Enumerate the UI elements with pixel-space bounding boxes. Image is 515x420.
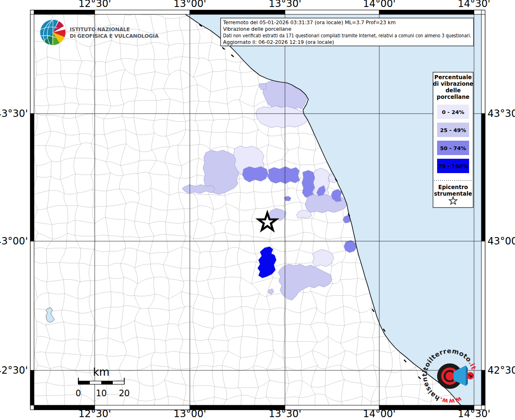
lat-label-right-2: 42°30' [488, 365, 515, 376]
map-canvas [30, 10, 510, 420]
map-subject: Vibrazione delle porcellane [223, 26, 291, 32]
scale-unit-label: km [93, 366, 109, 378]
ingv-name-line1: ISTITUTO NAZIONALE [70, 26, 130, 32]
event-info-box: Terremoto del 05-01-2026 03:31:37 (ora l… [221, 18, 474, 46]
updated-timestamp: Aggiornato il: 06-02-2026 12:19 (ora loc… [223, 39, 334, 45]
lat-label-right-0: 43°30' [488, 108, 515, 119]
event-summary: Terremoto del 05-01-2026 03:31:37 (ora l… [223, 20, 396, 25]
lon-label-top-4: 14°30' [458, 0, 490, 9]
legend-swatch-label-1: 25 - 49% [440, 127, 466, 133]
legend-epicenter-line2: strumentale [434, 190, 472, 197]
legend: Percentuale di vibrazione delle porcella… [433, 72, 473, 208]
scale-tick-20: 20 [119, 388, 130, 398]
legend-swatch-label-3: 75 - 100% [438, 163, 468, 169]
lat-label-left-2: 42°30' [0, 365, 28, 376]
lat-label-left-1: 43°00' [0, 235, 28, 247]
lon-label-bottom-3: 14°00' [363, 408, 396, 420]
earthquake-intensity-map: 12°30'12°30'13°00'13°00'13°30'13°30'14°0… [0, 0, 515, 420]
lon-label-top-1: 13°00' [173, 0, 206, 9]
legend-epicenter-line1: Epicentro [438, 184, 468, 190]
legend-title-line1: Percentuale [434, 74, 472, 80]
legend-title-line4: porcellane [437, 94, 469, 100]
municipality-region-level3 [302, 170, 315, 199]
legend-title-line2: di vibrazione [433, 80, 473, 87]
scale-tick-10: 10 [96, 388, 107, 398]
lon-label-top-3: 14°00' [363, 0, 396, 9]
legend-swatch-label-2: 50 - 74% [440, 145, 466, 151]
legend-swatch-label-0: 0 - 24% [442, 109, 465, 115]
lon-label-top-0: 12°30' [78, 0, 111, 9]
lon-label-bottom-1: 13°00' [173, 408, 206, 420]
legend-title-line3: delle [445, 87, 460, 94]
municipality-region-level2 [182, 185, 215, 194]
lon-label-bottom-2: 13°30' [269, 408, 301, 420]
ingv-name-line2: DI GEOFISICA E VULCANOLOGIA [70, 33, 159, 39]
lon-label-top-2: 13°30' [269, 0, 301, 9]
lat-label-left-0: 43°30' [0, 108, 28, 119]
scale-tick-0: 0 [75, 388, 81, 398]
lon-label-bottom-0: 12°30' [78, 408, 111, 420]
municipality-region-level3 [267, 167, 300, 184]
data-disclaimer: Dati non verificati estratti da 171 ques… [223, 33, 471, 39]
lat-label-right-1: 43°00' [488, 235, 515, 247]
lon-label-bottom-4: 14°30' [458, 408, 490, 420]
